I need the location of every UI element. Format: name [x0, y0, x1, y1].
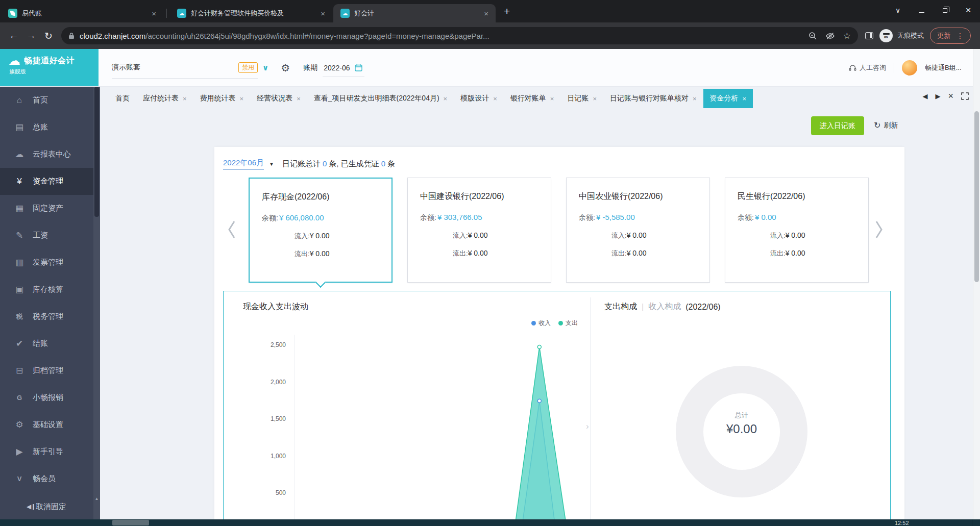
tab-journal-bank-check[interactable]: 日记账与银行对账单核对 ×	[603, 89, 703, 108]
sidebar-item-fixed-assets[interactable]: ▦ 固定资产	[0, 195, 100, 222]
y-axis-tick: 2,000	[224, 379, 286, 386]
sidebar-item-funds-management[interactable]: ¥ 资金管理	[0, 168, 100, 195]
sidebar-item-basic-settings[interactable]: ⚙ 基础设置	[0, 411, 100, 438]
horizontal-scroll-thumb[interactable]	[112, 520, 149, 525]
carousel-prev-button[interactable]	[227, 219, 237, 242]
charts-container: 现金收入支出波动 收入支出 2,5002,0001,5001,000500 › …	[223, 291, 891, 519]
forward-button[interactable]: →	[22, 30, 40, 41]
browser-tab-yidaizhang[interactable]: 易代账 ×	[1, 4, 163, 22]
legend-item[interactable]: 收入	[531, 319, 551, 328]
close-all-tabs-icon[interactable]: ×	[948, 91, 953, 101]
sidebar-item-tax-management[interactable]: 税 税务管理	[0, 303, 100, 330]
expense-composition-toggle[interactable]: 支出构成	[604, 302, 637, 312]
close-tab-icon[interactable]: ×	[297, 95, 301, 103]
scroll-tabs-left-icon[interactable]: ◀	[922, 92, 927, 100]
browser-menu-dots-icon[interactable]: ⋮	[957, 32, 964, 40]
sidebar-scrollbar[interactable]: ▲	[93, 87, 100, 519]
period-select[interactable]: 2022-06	[323, 59, 364, 77]
month-select[interactable]: 2022年06月	[223, 158, 264, 170]
sidebar-item-member[interactable]: V 畅会员	[0, 465, 100, 492]
tab-funds-analysis[interactable]: 资金分析 ×	[703, 89, 753, 108]
outflow-value: ¥ 0.00	[627, 249, 647, 257]
close-tab-icon[interactable]: ×	[743, 95, 747, 103]
new-tab-button[interactable]: +	[504, 5, 510, 17]
back-button[interactable]: ←	[5, 30, 22, 41]
sidebar-item-payroll[interactable]: ✎ 工资	[0, 222, 100, 249]
enter-journal-button[interactable]: 进入日记账	[811, 116, 864, 135]
sidebar-item-xiaochang-expense[interactable]: G 小畅报销	[0, 384, 100, 411]
side-panel-icon[interactable]	[865, 32, 873, 39]
close-tab-icon[interactable]: ×	[482, 9, 491, 18]
tab-expense-stats[interactable]: 费用统计表 ×	[193, 89, 251, 108]
user-avatar[interactable]	[902, 60, 917, 76]
close-tab-icon[interactable]: ×	[550, 95, 554, 103]
refresh-button[interactable]: ↻ 刷新	[874, 121, 898, 130]
sidebar-item-general-ledger[interactable]: ▤ 总账	[0, 114, 100, 141]
close-tab-icon[interactable]: ×	[693, 95, 697, 103]
browser-tab-haokuaiji-pricing[interactable]: ☁ 好会计财务管理软件购买价格及 ×	[170, 4, 332, 22]
period-value: 2022-06	[324, 64, 350, 72]
sidebar-item-archive-management[interactable]: ⊟ 归档管理	[0, 357, 100, 384]
income-composition-toggle[interactable]: 收入构成	[648, 302, 681, 312]
account-cards: 库存现金(2022/06) 余额:¥ 606,080.00 流入:¥ 0.00 …	[249, 178, 869, 283]
unpin-sidebar-button[interactable]: ◀ 取消固定	[0, 495, 93, 518]
browser-menu-chevron-icon[interactable]: ∨	[886, 6, 910, 14]
sidebar-item-home[interactable]: ⌂ 首页	[0, 87, 100, 114]
tab-label: 日记账与银行对账单核对	[610, 94, 689, 103]
address-bar[interactable]: cloud2.chanjet.com/accounting/uh26t264j5…	[61, 27, 858, 44]
series-支出	[295, 347, 580, 519]
close-tab-icon[interactable]: ×	[444, 95, 448, 103]
total-label: 日记账总计	[282, 159, 321, 168]
close-tab-icon[interactable]: ×	[493, 95, 497, 103]
minimize-button[interactable]	[910, 6, 933, 14]
scroll-tabs-right-icon[interactable]: ▶	[935, 92, 940, 100]
zoom-out-icon[interactable]	[808, 32, 817, 40]
legend-item[interactable]: 支出	[558, 319, 578, 328]
support-link[interactable]: 人工咨询	[849, 63, 886, 72]
tab-journal[interactable]: 日记账 ×	[560, 89, 603, 108]
close-window-button[interactable]: ×	[957, 5, 980, 16]
account-card-minsheng[interactable]: 民生银行(2022/06) 余额:¥ 0.00 流入:¥ 0.00 流出:¥ 0…	[725, 178, 869, 283]
balance-value: ¥ 303,766.05	[437, 213, 482, 221]
close-tab-icon[interactable]: ×	[593, 95, 597, 103]
sidebar-scrollbar-thumb[interactable]	[94, 87, 99, 217]
calendar-icon[interactable]	[355, 64, 362, 71]
browser-tab-haokuaiji-active[interactable]: ☁ 好会计 ×	[333, 4, 496, 22]
close-tab-icon[interactable]: ×	[240, 95, 244, 103]
carousel-next-button[interactable]	[874, 219, 884, 242]
reload-button[interactable]: ↻	[40, 30, 57, 42]
close-tab-icon[interactable]: ×	[150, 9, 158, 18]
eye-off-icon[interactable]	[825, 32, 835, 40]
balance-label: 余额:	[420, 213, 436, 221]
update-button[interactable]: 更新 ⋮	[930, 28, 971, 44]
page-scr​ollbar[interactable]	[973, 49, 980, 519]
account-set-caret-icon[interactable]: ∨	[262, 63, 268, 72]
sidebar-item-closing[interactable]: ✔ 结账	[0, 330, 100, 357]
close-tab-icon[interactable]: ×	[183, 95, 187, 103]
vertical-scroll-thumb[interactable]	[974, 111, 979, 282]
account-card-ccb[interactable]: 中国建设银行(2022/06) 余额:¥ 303,766.05 流入:¥ 0.0…	[407, 178, 551, 283]
sidebar-item-invoice-management[interactable]: ▥ 发票管理	[0, 249, 100, 276]
month-caret-icon[interactable]: ▼	[269, 161, 274, 167]
fullscreen-icon[interactable]	[961, 92, 969, 100]
bottom-scrollbar[interactable]: 12:52	[0, 519, 980, 526]
tab-template-design[interactable]: 模版设计 ×	[454, 89, 504, 108]
tab-project-rd-detail[interactable]: 查看_项目研发支出明细表(2022年04月) ×	[307, 89, 454, 108]
close-tab-icon[interactable]: ×	[318, 9, 327, 18]
settings-gear-icon[interactable]: ⚙	[281, 62, 290, 74]
tab-payable-stats[interactable]: 应付统计表 ×	[136, 89, 193, 108]
account-card-abc[interactable]: 中国农业银行(2022/06) 余额:¥ -5,585.00 流入:¥ 0.00…	[566, 178, 710, 283]
tab-home[interactable]: 首页	[109, 89, 136, 108]
user-name[interactable]: 畅捷通B组...	[925, 63, 966, 72]
tab-bank-statement[interactable]: 银行对账单 ×	[504, 89, 561, 108]
restore-button[interactable]	[933, 6, 957, 14]
sidebar-item-beginner-guide[interactable]: ▶ 新手引导	[0, 438, 100, 465]
account-set-select[interactable]: 演示账套 禁用	[112, 57, 258, 79]
bookmark-star-icon[interactable]: ☆	[843, 31, 851, 41]
sidebar-item-inventory[interactable]: ▣ 库存核算	[0, 276, 100, 303]
account-card-cash[interactable]: 库存现金(2022/06) 余额:¥ 606,080.00 流入:¥ 0.00 …	[249, 178, 393, 283]
sidebar-scroll-up-icon[interactable]: ▲	[95, 496, 99, 501]
outflow-value: ¥ 0.00	[310, 249, 330, 258]
sidebar-item-cloud-reports[interactable]: ☁ 云报表中心	[0, 141, 100, 168]
tab-operating-status[interactable]: 经营状况表 ×	[250, 89, 307, 108]
